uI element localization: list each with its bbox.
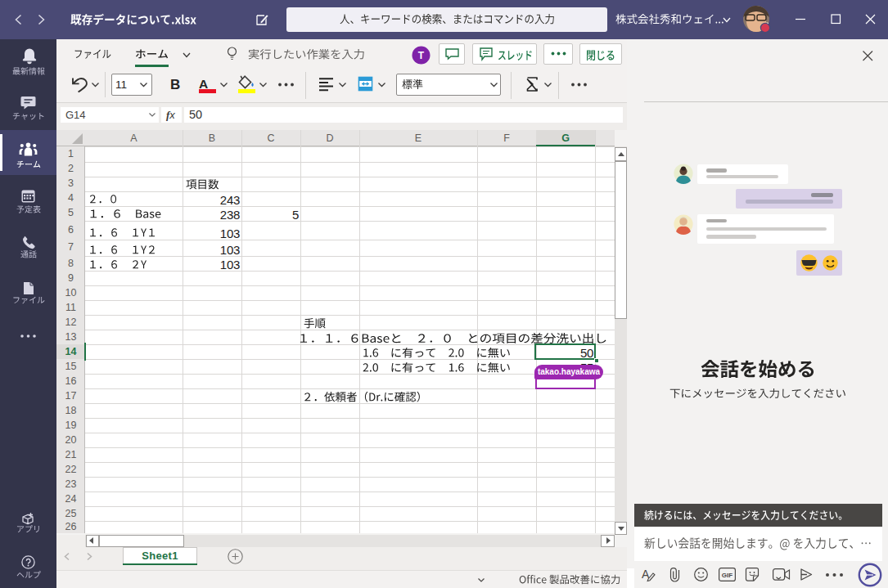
svg-text:GIF: GIF bbox=[722, 572, 732, 579]
svg-text:T: T bbox=[418, 50, 425, 61]
